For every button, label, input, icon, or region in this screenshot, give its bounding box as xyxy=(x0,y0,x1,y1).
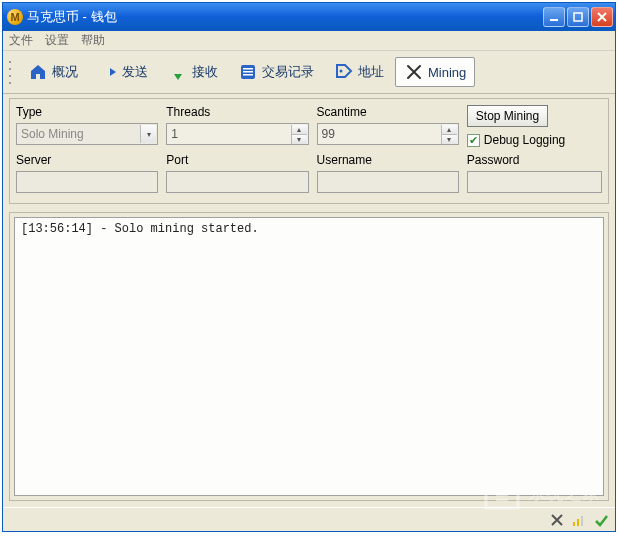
tab-mining-label: Mining xyxy=(428,65,466,80)
app-window: M 马克思币 - 钱包 文件 设置 帮助 概况 xyxy=(2,2,616,532)
threads-value: 1 xyxy=(171,127,303,141)
menu-bar: 文件 设置 帮助 xyxy=(3,31,615,51)
mining-form-panel: Type Solo Mining ▾ Threads 1 ▴▾ Sc xyxy=(9,98,609,204)
menu-settings[interactable]: 设置 xyxy=(45,32,69,49)
svg-rect-7 xyxy=(573,522,575,526)
tab-address-label: 地址 xyxy=(358,63,384,81)
scantime-spin-buttons[interactable]: ▴▾ xyxy=(441,125,457,143)
receive-icon xyxy=(168,62,188,82)
password-field[interactable] xyxy=(467,171,602,193)
log-line: [13:56:14] - Solo mining started. xyxy=(21,222,597,236)
status-bar xyxy=(3,507,615,531)
title-bar: M 马克思币 - 钱包 xyxy=(3,3,615,31)
svg-rect-5 xyxy=(243,74,253,76)
tag-icon xyxy=(334,62,354,82)
log-output: [13:56:14] - Solo mining started. xyxy=(14,217,604,496)
toolbar-grip xyxy=(9,58,15,86)
type-value: Solo Mining xyxy=(21,127,153,141)
maximize-icon xyxy=(572,11,584,23)
tab-transactions[interactable]: 交易记录 xyxy=(229,57,323,87)
list-icon xyxy=(238,62,258,82)
menu-file[interactable]: 文件 xyxy=(9,32,33,49)
close-button[interactable] xyxy=(591,7,613,27)
content-area: Type Solo Mining ▾ Threads 1 ▴▾ Sc xyxy=(3,94,615,507)
home-icon xyxy=(28,62,48,82)
username-label: Username xyxy=(317,153,459,167)
scantime-label: Scantime xyxy=(317,105,459,119)
debug-logging-label: Debug Logging xyxy=(484,133,565,147)
mining-status-icon xyxy=(549,512,565,528)
svg-rect-0 xyxy=(550,19,558,21)
stop-mining-button[interactable]: Stop Mining xyxy=(467,105,548,127)
log-panel: [13:56:14] - Solo mining started. xyxy=(9,212,609,501)
tab-address[interactable]: 地址 xyxy=(325,57,393,87)
scantime-value: 99 xyxy=(322,127,454,141)
minimize-icon xyxy=(548,11,560,23)
server-label: Server xyxy=(16,153,158,167)
threads-spin-buttons[interactable]: ▴▾ xyxy=(291,125,307,143)
send-icon xyxy=(98,62,118,82)
type-select[interactable]: Solo Mining ▾ xyxy=(16,123,158,145)
port-field[interactable] xyxy=(166,171,308,193)
type-label: Type xyxy=(16,105,158,119)
svg-rect-4 xyxy=(243,71,253,73)
tab-mining[interactable]: Mining xyxy=(395,57,475,87)
password-label: Password xyxy=(467,153,602,167)
app-icon: M xyxy=(7,9,23,25)
debug-logging-checkbox[interactable]: ✔ xyxy=(467,134,480,147)
threads-spinner[interactable]: 1 ▴▾ xyxy=(166,123,308,145)
svg-point-6 xyxy=(340,70,343,73)
sync-status-icon xyxy=(593,512,609,528)
network-status-icon xyxy=(571,512,587,528)
threads-label: Threads xyxy=(166,105,308,119)
svg-rect-8 xyxy=(577,519,579,526)
port-label: Port xyxy=(166,153,308,167)
tab-receive[interactable]: 接收 xyxy=(159,57,227,87)
server-field[interactable] xyxy=(16,171,158,193)
tab-overview-label: 概况 xyxy=(52,63,78,81)
window-title: 马克思币 - 钱包 xyxy=(27,8,543,26)
svg-rect-9 xyxy=(581,516,583,526)
scantime-spinner[interactable]: 99 ▴▾ xyxy=(317,123,459,145)
close-icon xyxy=(596,11,608,23)
chevron-down-icon: ▾ xyxy=(140,125,156,143)
tab-overview[interactable]: 概况 xyxy=(19,57,87,87)
tab-receive-label: 接收 xyxy=(192,63,218,81)
toolbar: 概况 发送 接收 交易记录 地址 xyxy=(3,51,615,94)
menu-help[interactable]: 帮助 xyxy=(81,32,105,49)
tab-send-label: 发送 xyxy=(122,63,148,81)
username-field[interactable] xyxy=(317,171,459,193)
tab-transactions-label: 交易记录 xyxy=(262,63,314,81)
svg-rect-3 xyxy=(243,68,253,70)
svg-rect-1 xyxy=(574,13,582,21)
tab-send[interactable]: 发送 xyxy=(89,57,157,87)
mining-icon xyxy=(404,62,424,82)
minimize-button[interactable] xyxy=(543,7,565,27)
maximize-button[interactable] xyxy=(567,7,589,27)
